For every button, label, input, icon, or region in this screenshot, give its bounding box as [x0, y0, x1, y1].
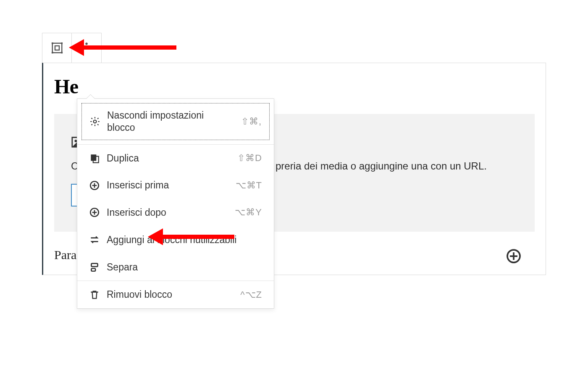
menu-separate[interactable]: Separa — [77, 254, 274, 281]
svg-rect-0 — [52, 43, 62, 53]
trash-icon — [89, 289, 100, 300]
svg-rect-15 — [91, 268, 95, 271]
svg-rect-2 — [61, 42, 63, 44]
menu-item-label: Inserisci dopo — [107, 207, 228, 219]
menu-item-shortcut: ⌥⌘Y — [235, 207, 262, 218]
duplicate-icon — [89, 153, 100, 164]
menu-item-label: Rimuovi blocco — [107, 289, 234, 301]
menu-item-label: Inserisci prima — [107, 179, 229, 191]
plus-circle-icon — [506, 249, 521, 264]
ungroup-icon — [89, 262, 100, 273]
add-block-button[interactable] — [505, 248, 522, 265]
svg-rect-3 — [51, 52, 53, 53]
svg-rect-14 — [91, 263, 97, 267]
heading-block[interactable]: He — [54, 75, 535, 98]
menu-item-shortcut: ⌥⌘T — [236, 180, 262, 191]
menu-remove[interactable]: Rimuovi blocco ^⌥Z — [77, 281, 274, 308]
menu-item-label: Duplica — [107, 152, 231, 164]
menu-item-label: Separa — [107, 261, 255, 273]
menu-duplicate[interactable]: Duplica ⇧⌘D — [77, 144, 274, 172]
svg-rect-5 — [55, 46, 59, 50]
svg-marker-20 — [148, 228, 163, 245]
gear-icon — [89, 116, 100, 127]
svg-rect-1 — [51, 42, 53, 44]
menu-item-shortcut: ⇧⌘D — [237, 153, 262, 164]
insert-before-icon — [89, 180, 100, 191]
editor-canvas: He Carica un file immagine, scegline uno… — [42, 63, 546, 275]
menu-insert-before[interactable]: Inserisci prima ⌥⌘T — [77, 172, 274, 199]
menu-insert-after[interactable]: Inserisci dopo ⌥⌘Y — [77, 199, 274, 226]
annotation-arrow-separa — [146, 226, 243, 247]
svg-point-9 — [94, 120, 97, 123]
svg-marker-18 — [69, 39, 84, 56]
menu-item-shortcut: ^⌥Z — [240, 289, 262, 300]
block-options-menu: Nascondi impostazioni blocco ⇧⌘, Duplica… — [77, 98, 274, 309]
group-icon — [51, 42, 63, 54]
annotation-arrow-top — [67, 37, 185, 58]
menu-item-shortcut: ⇧⌘, — [241, 116, 262, 127]
svg-rect-4 — [61, 52, 63, 53]
insert-after-icon — [89, 207, 100, 218]
menu-hide-settings[interactable]: Nascondi impostazioni blocco ⇧⌘, — [81, 103, 270, 140]
menu-item-label: Nascondi impostazioni blocco — [107, 109, 234, 134]
reusable-icon — [89, 234, 100, 245]
